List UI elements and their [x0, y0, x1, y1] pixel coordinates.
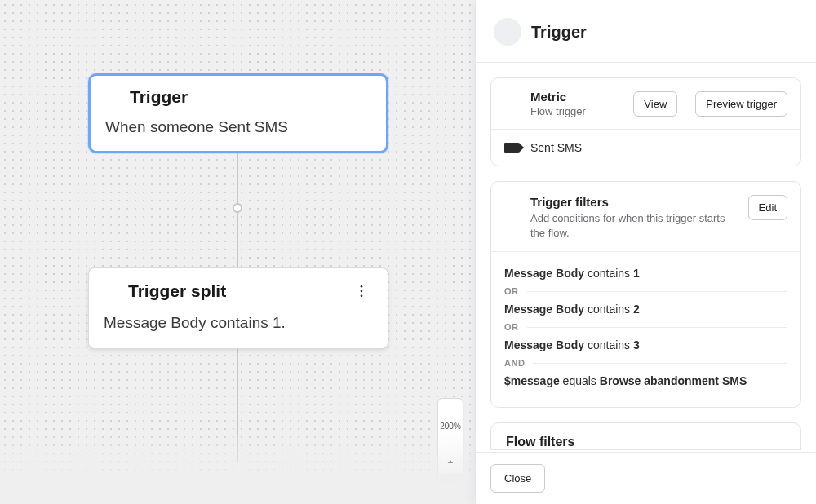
svg-point-4 — [450, 480, 451, 481]
zoom-level-label: 200% — [438, 420, 463, 431]
node-trigger-title: Trigger — [130, 87, 188, 107]
connector-line — [237, 348, 238, 462]
view-button[interactable]: View — [633, 91, 677, 117]
flow-canvas[interactable]: Trigger When someone Sent SMS Trigger sp… — [0, 0, 475, 504]
zoom-in-button[interactable] — [438, 399, 463, 420]
filter-condition: $message equals Browse abandonment SMS — [504, 368, 787, 394]
svg-point-2 — [361, 295, 363, 298]
separator-and: AND — [504, 358, 787, 368]
separator-or: OR — [504, 286, 787, 296]
node-trigger-desc: When someone Sent SMS — [105, 118, 371, 136]
filters-desc: Add conditions for when this trigger sta… — [530, 211, 737, 240]
svg-point-13 — [509, 101, 513, 105]
preview-trigger-button[interactable]: Preview trigger — [695, 91, 787, 117]
trigger-panel: Trigger Metric Flow trigger View Preview… — [475, 0, 816, 504]
panel-footer: Close — [476, 452, 816, 504]
panel-title: Trigger — [531, 23, 587, 42]
bolt-icon — [105, 90, 120, 104]
bolt-icon — [494, 18, 521, 46]
edit-filters-button[interactable]: Edit — [748, 195, 787, 220]
filter-icon — [504, 197, 519, 211]
svg-point-8 — [453, 484, 455, 485]
svg-point-5 — [453, 480, 455, 481]
metric-subtitle: Flow trigger — [530, 105, 622, 117]
filter-condition: Message Body contains 1 — [504, 260, 787, 286]
svg-point-7 — [450, 484, 451, 485]
zoom-out-button[interactable] — [438, 431, 463, 453]
filter-condition: Message Body contains 3 — [504, 332, 787, 358]
svg-point-9 — [446, 487, 447, 489]
zoom-controls: 200% — [437, 398, 463, 496]
node-split-desc: Message Body contains 1. — [104, 314, 373, 332]
zoom-fit-button[interactable] — [438, 474, 463, 495]
panel-body: Metric Flow trigger View Preview trigger… — [476, 63, 816, 452]
svg-point-10 — [450, 487, 451, 489]
svg-point-3 — [446, 480, 447, 481]
connector-add-node[interactable] — [233, 203, 242, 213]
node-trigger[interactable]: Trigger When someone Sent SMS — [88, 73, 388, 153]
svg-point-6 — [446, 484, 447, 485]
metric-title: Metric — [530, 90, 622, 104]
tag-icon — [504, 143, 519, 153]
metric-value: Sent SMS — [530, 141, 582, 154]
metric-card: Metric Flow trigger View Preview trigger… — [490, 77, 801, 166]
close-button[interactable]: Close — [490, 464, 545, 493]
svg-point-12 — [507, 99, 516, 108]
svg-point-1 — [361, 290, 363, 293]
target-icon — [504, 96, 519, 111]
filter-condition: Message Body contains 2 — [504, 296, 787, 322]
separator-or: OR — [504, 322, 787, 332]
flow-filters-title: Flow filters — [506, 435, 574, 449]
svg-point-0 — [361, 285, 363, 288]
trigger-filters-card: Trigger filters Add conditions for when … — [490, 181, 801, 408]
filters-title: Trigger filters — [530, 195, 737, 209]
filters-list: Message Body contains 1 OR Message Body … — [491, 251, 800, 407]
split-icon — [104, 284, 118, 298]
node-menu-button[interactable] — [350, 280, 373, 303]
node-trigger-split[interactable]: Trigger split Message Body contains 1. — [88, 267, 388, 349]
panel-header: Trigger — [476, 0, 816, 63]
svg-point-11 — [453, 487, 455, 489]
close-icon[interactable] — [774, 20, 798, 44]
flow-filters-card[interactable]: Flow filters — [490, 422, 801, 450]
node-split-title: Trigger split — [128, 281, 226, 301]
zoom-reset-button[interactable] — [438, 453, 463, 474]
